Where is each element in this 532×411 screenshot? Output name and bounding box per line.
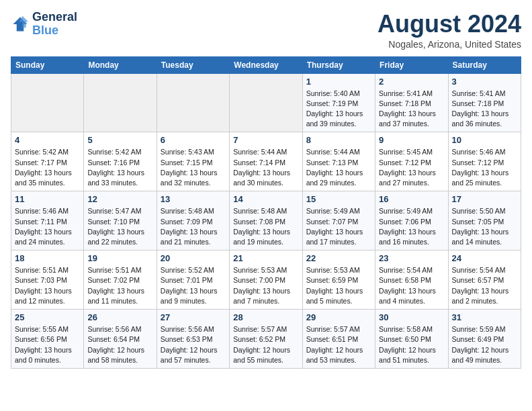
calendar-cell: 6Sunrise: 5:43 AM Sunset: 7:15 PM Daylig… xyxy=(157,132,229,191)
calendar-cell: 15Sunrise: 5:49 AM Sunset: 7:07 PM Dayli… xyxy=(302,191,375,250)
calendar-cell: 25Sunrise: 5:55 AM Sunset: 6:56 PM Dayli… xyxy=(11,310,84,369)
calendar-cell: 7Sunrise: 5:44 AM Sunset: 7:14 PM Daylig… xyxy=(230,132,302,191)
calendar-cell: 22Sunrise: 5:53 AM Sunset: 6:59 PM Dayli… xyxy=(302,250,375,310)
logo-text: General Blue xyxy=(32,11,77,38)
calendar-cell xyxy=(157,73,229,132)
day-info: Sunrise: 5:49 AM Sunset: 7:07 PM Dayligh… xyxy=(306,206,371,247)
day-number: 16 xyxy=(379,194,444,204)
day-number: 25 xyxy=(15,312,80,322)
calendar-cell: 9Sunrise: 5:45 AM Sunset: 7:12 PM Daylig… xyxy=(375,132,448,191)
day-info: Sunrise: 5:41 AM Sunset: 7:18 PM Dayligh… xyxy=(452,89,517,130)
day-info: Sunrise: 5:44 AM Sunset: 7:14 PM Dayligh… xyxy=(233,147,298,188)
day-info: Sunrise: 5:54 AM Sunset: 6:57 PM Dayligh… xyxy=(452,265,517,306)
calendar-cell: 2Sunrise: 5:41 AM Sunset: 7:18 PM Daylig… xyxy=(375,73,448,132)
calendar-header-row: SundayMondayTuesdayWednesdayThursdayFrid… xyxy=(11,56,521,73)
day-number: 23 xyxy=(379,253,444,263)
calendar-cell: 19Sunrise: 5:51 AM Sunset: 7:02 PM Dayli… xyxy=(84,250,157,310)
weekday-header: Saturday xyxy=(448,56,521,73)
day-info: Sunrise: 5:55 AM Sunset: 6:56 PM Dayligh… xyxy=(15,324,80,365)
calendar-week-row: 11Sunrise: 5:46 AM Sunset: 7:11 PM Dayli… xyxy=(11,191,521,250)
calendar-cell xyxy=(230,73,302,132)
calendar-cell: 28Sunrise: 5:57 AM Sunset: 6:52 PM Dayli… xyxy=(230,310,302,369)
day-info: Sunrise: 5:54 AM Sunset: 6:58 PM Dayligh… xyxy=(379,265,444,306)
day-number: 21 xyxy=(233,253,298,263)
calendar-week-row: 4Sunrise: 5:42 AM Sunset: 7:17 PM Daylig… xyxy=(11,132,521,191)
calendar-cell: 31Sunrise: 5:59 AM Sunset: 6:49 PM Dayli… xyxy=(448,310,521,369)
day-number: 11 xyxy=(15,194,80,204)
calendar-cell: 18Sunrise: 5:51 AM Sunset: 7:03 PM Dayli… xyxy=(11,250,84,310)
day-info: Sunrise: 5:48 AM Sunset: 7:09 PM Dayligh… xyxy=(161,206,226,247)
day-info: Sunrise: 5:51 AM Sunset: 7:02 PM Dayligh… xyxy=(87,265,152,306)
calendar-cell xyxy=(11,73,84,132)
day-number: 8 xyxy=(306,135,371,145)
weekday-header: Thursday xyxy=(302,56,375,73)
day-number: 5 xyxy=(87,135,152,145)
day-info: Sunrise: 5:52 AM Sunset: 7:01 PM Dayligh… xyxy=(161,265,226,306)
calendar-cell: 29Sunrise: 5:57 AM Sunset: 6:51 PM Dayli… xyxy=(302,310,375,369)
day-number: 17 xyxy=(452,194,517,204)
day-info: Sunrise: 5:56 AM Sunset: 6:54 PM Dayligh… xyxy=(87,324,152,365)
weekday-header: Tuesday xyxy=(157,56,229,73)
location: Nogales, Arizona, United States xyxy=(378,39,521,50)
calendar-table: SundayMondayTuesdayWednesdayThursdayFrid… xyxy=(11,56,521,369)
calendar-cell: 21Sunrise: 5:53 AM Sunset: 7:00 PM Dayli… xyxy=(230,250,302,310)
day-info: Sunrise: 5:51 AM Sunset: 7:03 PM Dayligh… xyxy=(15,265,80,306)
calendar-cell: 1Sunrise: 5:40 AM Sunset: 7:19 PM Daylig… xyxy=(302,73,375,132)
day-info: Sunrise: 5:42 AM Sunset: 7:17 PM Dayligh… xyxy=(15,147,80,188)
logo-icon xyxy=(11,15,30,34)
calendar-cell: 26Sunrise: 5:56 AM Sunset: 6:54 PM Dayli… xyxy=(84,310,157,369)
day-number: 13 xyxy=(161,194,226,204)
weekday-header: Wednesday xyxy=(230,56,302,73)
day-number: 24 xyxy=(452,253,517,263)
calendar-week-row: 1Sunrise: 5:40 AM Sunset: 7:19 PM Daylig… xyxy=(11,73,521,132)
day-info: Sunrise: 5:45 AM Sunset: 7:12 PM Dayligh… xyxy=(379,147,444,188)
calendar-cell: 10Sunrise: 5:46 AM Sunset: 7:12 PM Dayli… xyxy=(448,132,521,191)
day-number: 22 xyxy=(306,253,371,263)
day-info: Sunrise: 5:41 AM Sunset: 7:18 PM Dayligh… xyxy=(379,89,444,130)
calendar-cell: 3Sunrise: 5:41 AM Sunset: 7:18 PM Daylig… xyxy=(448,73,521,132)
day-number: 27 xyxy=(161,312,226,322)
weekday-header: Sunday xyxy=(11,56,84,73)
day-info: Sunrise: 5:50 AM Sunset: 7:05 PM Dayligh… xyxy=(452,206,517,247)
day-number: 3 xyxy=(452,77,517,87)
weekday-header: Friday xyxy=(375,56,448,73)
day-info: Sunrise: 5:53 AM Sunset: 7:00 PM Dayligh… xyxy=(233,265,298,306)
calendar-cell: 27Sunrise: 5:56 AM Sunset: 6:53 PM Dayli… xyxy=(157,310,229,369)
calendar-cell: 20Sunrise: 5:52 AM Sunset: 7:01 PM Dayli… xyxy=(157,250,229,310)
calendar-cell: 30Sunrise: 5:58 AM Sunset: 6:50 PM Dayli… xyxy=(375,310,448,369)
day-number: 20 xyxy=(161,253,226,263)
month-title: August 2024 xyxy=(378,11,521,38)
day-info: Sunrise: 5:40 AM Sunset: 7:19 PM Dayligh… xyxy=(306,89,371,130)
calendar-cell: 12Sunrise: 5:47 AM Sunset: 7:10 PM Dayli… xyxy=(84,191,157,250)
day-number: 10 xyxy=(452,135,517,145)
calendar-week-row: 25Sunrise: 5:55 AM Sunset: 6:56 PM Dayli… xyxy=(11,310,521,369)
calendar-cell xyxy=(84,73,157,132)
calendar-cell: 11Sunrise: 5:46 AM Sunset: 7:11 PM Dayli… xyxy=(11,191,84,250)
calendar-cell: 17Sunrise: 5:50 AM Sunset: 7:05 PM Dayli… xyxy=(448,191,521,250)
day-number: 4 xyxy=(15,135,80,145)
day-info: Sunrise: 5:44 AM Sunset: 7:13 PM Dayligh… xyxy=(306,147,371,188)
day-info: Sunrise: 5:56 AM Sunset: 6:53 PM Dayligh… xyxy=(161,324,226,365)
weekday-header: Monday xyxy=(84,56,157,73)
day-info: Sunrise: 5:53 AM Sunset: 6:59 PM Dayligh… xyxy=(306,265,371,306)
day-number: 14 xyxy=(233,194,298,204)
day-number: 28 xyxy=(233,312,298,322)
day-number: 6 xyxy=(161,135,226,145)
calendar-cell: 5Sunrise: 5:42 AM Sunset: 7:16 PM Daylig… xyxy=(84,132,157,191)
calendar-cell: 14Sunrise: 5:48 AM Sunset: 7:08 PM Dayli… xyxy=(230,191,302,250)
day-info: Sunrise: 5:47 AM Sunset: 7:10 PM Dayligh… xyxy=(87,206,152,247)
day-info: Sunrise: 5:57 AM Sunset: 6:52 PM Dayligh… xyxy=(233,324,298,365)
day-number: 2 xyxy=(379,77,444,87)
page-header: General Blue August 2024 Nogales, Arizon… xyxy=(11,11,521,50)
day-info: Sunrise: 5:42 AM Sunset: 7:16 PM Dayligh… xyxy=(87,147,152,188)
day-number: 18 xyxy=(15,253,80,263)
calendar-cell: 4Sunrise: 5:42 AM Sunset: 7:17 PM Daylig… xyxy=(11,132,84,191)
calendar-cell: 13Sunrise: 5:48 AM Sunset: 7:09 PM Dayli… xyxy=(157,191,229,250)
day-info: Sunrise: 5:59 AM Sunset: 6:49 PM Dayligh… xyxy=(452,324,517,365)
day-number: 30 xyxy=(379,312,444,322)
day-info: Sunrise: 5:46 AM Sunset: 7:11 PM Dayligh… xyxy=(15,206,80,247)
day-number: 29 xyxy=(306,312,371,322)
day-number: 31 xyxy=(452,312,517,322)
calendar-cell: 23Sunrise: 5:54 AM Sunset: 6:58 PM Dayli… xyxy=(375,250,448,310)
day-info: Sunrise: 5:48 AM Sunset: 7:08 PM Dayligh… xyxy=(233,206,298,247)
